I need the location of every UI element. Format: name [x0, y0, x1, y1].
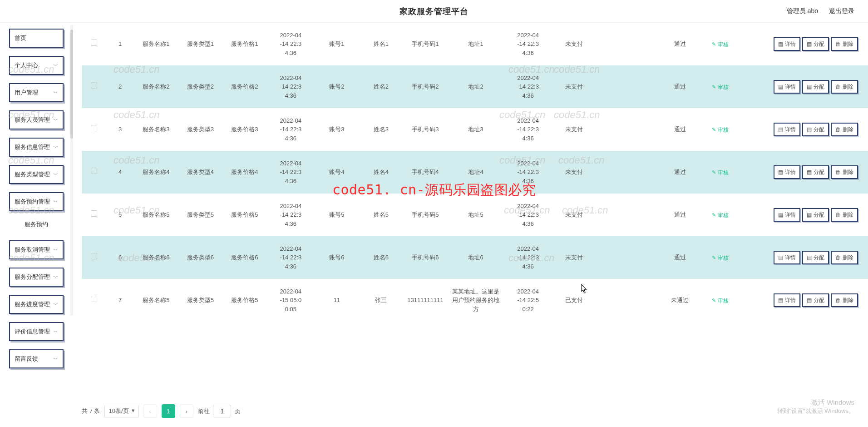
list-icon: ▤: [778, 253, 783, 262]
row-checkbox[interactable]: [91, 168, 97, 174]
row-checkbox[interactable]: [91, 125, 97, 131]
user-label[interactable]: 管理员 abo: [787, 7, 818, 15]
row-checkbox[interactable]: [91, 40, 97, 46]
sidebar-item-8[interactable]: 服务分配管理﹀: [9, 268, 64, 287]
detail-button[interactable]: ▤详情: [774, 251, 800, 264]
service-price-cell: 服务价格2: [222, 65, 267, 108]
audit-link[interactable]: ✎审核: [712, 83, 729, 91]
time2-cell: 2022-04 -14 22:3 4:36: [504, 65, 552, 108]
empty-cell: [596, 65, 657, 108]
sidebar-item-label: 个人中心: [15, 61, 38, 70]
time2-cell: 2022-04 -14 22:3 4:36: [504, 194, 552, 236]
audit-cell: ✎审核: [702, 23, 739, 65]
approve-status-cell: 通过: [658, 23, 702, 65]
checkbox-cell: [82, 236, 106, 279]
sidebar-item-4[interactable]: 服务信息管理﹀: [9, 138, 64, 157]
service-price-cell: 服务价格5: [222, 194, 267, 236]
spacer-cell: [739, 236, 764, 279]
sidebar-item-9[interactable]: 服务进度管理﹀: [9, 295, 64, 314]
next-page-button[interactable]: ›: [180, 404, 193, 418]
header: 家政服务管理平台 管理员 abo 退出登录: [0, 0, 868, 23]
checkbox-cell: [82, 194, 106, 236]
delete-button[interactable]: 🗑删除: [831, 293, 858, 307]
delete-button[interactable]: 🗑删除: [831, 251, 858, 264]
delete-button[interactable]: 🗑删除: [831, 208, 858, 222]
page-size-select[interactable]: 10条/页 ▾: [104, 405, 138, 417]
time2-cell: 2022-04 -14 22:3 4:36: [504, 108, 552, 151]
action-cell: ▤详情▤分配🗑删除: [764, 279, 868, 322]
sidebar-item-5[interactable]: 服务类型管理﹀: [9, 165, 64, 184]
assign-button[interactable]: ▤分配: [802, 37, 829, 51]
delete-button[interactable]: 🗑删除: [831, 37, 858, 51]
sidebar-item-7[interactable]: 服务取消管理﹀: [9, 240, 64, 259]
pay-status-cell: 未支付: [552, 65, 597, 108]
delete-button[interactable]: 🗑删除: [831, 165, 858, 179]
assign-button[interactable]: ▤分配: [802, 123, 829, 136]
time1-cell: 2022-04 -15 05:0 0:05: [267, 279, 315, 322]
detail-button[interactable]: ▤详情: [774, 37, 800, 51]
logout-link[interactable]: 退出登录: [829, 7, 854, 15]
main-content: 1服务名称1服务类型1服务价格12022-04 -14 22:3 4:36账号1…: [73, 0, 868, 427]
pay-status-cell: 未支付: [552, 236, 597, 279]
audit-link[interactable]: ✎审核: [712, 211, 729, 219]
row-checkbox[interactable]: [91, 210, 97, 217]
detail-button[interactable]: ▤详情: [774, 80, 800, 94]
assign-button[interactable]: ▤分配: [802, 251, 829, 264]
account-cell: 账号3: [315, 108, 359, 151]
row-checkbox[interactable]: [91, 253, 97, 259]
time1-cell: 2022-04 -14 22:3 4:36: [267, 194, 315, 236]
row-checkbox[interactable]: [91, 82, 97, 89]
detail-button[interactable]: ▤详情: [774, 208, 800, 222]
trash-icon: 🗑: [835, 40, 841, 48]
sidebar-item-11[interactable]: 留言反馈﹀: [9, 349, 64, 368]
assign-button[interactable]: ▤分配: [802, 80, 829, 94]
service-price-cell: 服务价格1: [222, 23, 267, 65]
detail-button[interactable]: ▤详情: [774, 165, 800, 179]
index-cell: 3: [106, 108, 134, 151]
row-checkbox[interactable]: [91, 296, 97, 302]
service-type-cell: 服务类型2: [178, 65, 223, 108]
sidebar-subitem[interactable]: 服务预约: [9, 217, 64, 232]
service-type-cell: 服务类型5: [178, 279, 223, 322]
spacer-cell: [739, 194, 764, 236]
audit-cell: ✎审核: [702, 279, 739, 322]
table-row: 4服务名称4服务类型4服务价格42022-04 -14 22:3 4:36账号4…: [82, 151, 868, 194]
sidebar-item-1[interactable]: 个人中心﹀: [9, 56, 64, 75]
assign-button[interactable]: ▤分配: [802, 165, 829, 179]
spacer-cell: [739, 23, 764, 65]
page-title: 家政服务管理平台: [399, 6, 469, 17]
detail-button[interactable]: ▤详情: [774, 293, 800, 307]
time2-cell: 2022-04 -14 22:3 4:36: [504, 23, 552, 65]
chevron-down-icon: ▾: [132, 407, 135, 415]
sidebar-item-label: 首页: [15, 34, 26, 42]
goto-page-input[interactable]: [213, 405, 231, 417]
audit-link[interactable]: ✎审核: [712, 297, 729, 305]
action-cell: ▤详情▤分配🗑删除: [764, 151, 868, 194]
sidebar-item-2[interactable]: 用户管理﹀: [9, 83, 64, 102]
sidebar-item-6[interactable]: 服务预约管理﹀: [9, 192, 64, 211]
detail-button[interactable]: ▤详情: [774, 123, 800, 136]
audit-link[interactable]: ✎审核: [712, 254, 729, 262]
phone-cell: 13111111111: [403, 279, 448, 322]
audit-link[interactable]: ✎审核: [712, 169, 729, 177]
prev-page-button[interactable]: ‹: [143, 404, 157, 418]
delete-button[interactable]: 🗑删除: [831, 80, 858, 94]
sidebar-item-label: 服务类型管理: [15, 170, 50, 179]
approve-status-cell: 通过: [658, 65, 702, 108]
assign-button[interactable]: ▤分配: [802, 293, 829, 307]
audit-cell: ✎审核: [702, 65, 739, 108]
delete-button[interactable]: 🗑删除: [831, 123, 858, 136]
assign-button[interactable]: ▤分配: [802, 208, 829, 222]
empty-cell: [596, 236, 657, 279]
sidebar-scrollbar[interactable]: [70, 25, 73, 316]
sidebar-item-label: 评价信息管理: [15, 328, 50, 336]
sidebar-item-label: 服务人员管理: [15, 116, 50, 124]
sidebar-item-10[interactable]: 评价信息管理﹀: [9, 322, 64, 341]
sidebar-item-3[interactable]: 服务人员管理﹀: [9, 110, 64, 129]
audit-link[interactable]: ✎审核: [712, 40, 729, 49]
page-1-button[interactable]: 1: [162, 404, 175, 418]
list-icon: ▤: [807, 83, 812, 91]
sidebar-item-0[interactable]: 首页: [9, 29, 64, 48]
pay-status-cell: 未支付: [552, 108, 597, 151]
audit-link[interactable]: ✎审核: [712, 126, 729, 134]
